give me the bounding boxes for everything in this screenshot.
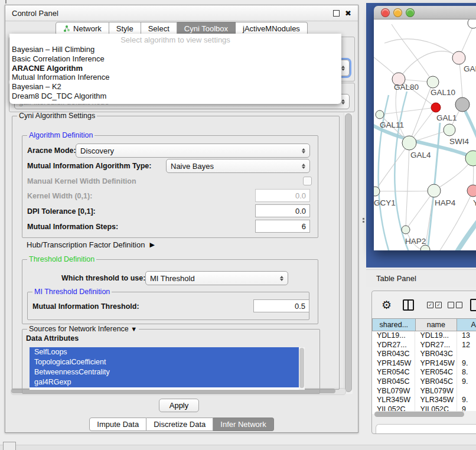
network-edge[interactable] — [425, 191, 434, 250]
table-panel-collapsed-bar[interactable] — [376, 424, 476, 433]
table-cell: YDL19... — [372, 331, 415, 341]
tab-impute-data[interactable]: Impute Data — [89, 418, 146, 431]
table-row[interactable]: YPR145WYPR145W9. — [372, 359, 476, 369]
window-zoom-button[interactable] — [406, 8, 415, 17]
sources-group-title[interactable]: Sources for Network Inference ▼ — [27, 325, 139, 333]
dropdown-item[interactable]: ARACNE Algorithm — [9, 64, 341, 73]
network-node-gal11[interactable] — [376, 110, 384, 119]
network-node[interactable] — [431, 103, 441, 112]
network-node-label: GAL — [464, 64, 476, 73]
network-node-gal[interactable] — [452, 51, 465, 64]
table-cell: YDR27... — [415, 341, 457, 350]
table-row[interactable]: YDR27...YDR27...12 — [372, 341, 476, 350]
kernel-width-field[interactable]: 0.0 — [255, 189, 310, 202]
network-node-gal10[interactable] — [427, 76, 439, 88]
table-row[interactable]: YER054CYER054C8. — [372, 368, 476, 377]
network-node-hap4[interactable] — [428, 184, 441, 197]
threshold-definition-group: Threshold Definition Which threshold to … — [22, 259, 318, 324]
column-header[interactable]: A — [457, 318, 476, 331]
sources-group: Sources for Network Inference ▼ Data Att… — [22, 329, 320, 394]
column-header[interactable]: shared... — [372, 318, 416, 331]
network-node[interactable] — [455, 97, 470, 112]
network-edge[interactable] — [384, 39, 459, 58]
table-row[interactable]: YLR345WYLR345W9. — [372, 396, 476, 405]
network-edge[interactable] — [375, 191, 434, 191]
table-cell: 9. — [457, 359, 476, 369]
which-threshold-label: Which threshold to use: — [61, 274, 145, 282]
gear-icon[interactable]: ⚙ — [382, 298, 392, 312]
columns-icon[interactable] — [403, 299, 414, 311]
document-icon[interactable] — [470, 299, 476, 311]
tab-discretize-data[interactable]: Discretize Data — [146, 418, 213, 431]
table-row[interactable]: YBR043CYBR043C — [372, 350, 476, 359]
panel-splitter-grip[interactable] — [362, 217, 365, 223]
mi-steps-field[interactable]: 6 — [255, 220, 310, 233]
network-node[interactable] — [468, 19, 476, 28]
network-node-gal4[interactable] — [402, 136, 416, 150]
dpi-tolerance-value: 0.0 — [295, 207, 306, 216]
float-panel-icon[interactable] — [333, 10, 340, 17]
column-header[interactable]: name — [416, 318, 458, 331]
network-edge[interactable] — [399, 51, 459, 79]
table-cell: YLR345W — [372, 396, 415, 405]
hub-definition-expander[interactable]: Hub/Transcription Factor Definition ▶ — [27, 240, 155, 249]
network-node-y[interactable] — [467, 185, 476, 197]
table-row[interactable]: YBR045CYBR045C9. — [372, 377, 476, 387]
cyni-mode-tabs: Impute DataDiscretize DataInfer Network — [5, 418, 358, 431]
attribute-item[interactable]: gal4RGexp — [30, 377, 299, 387]
attribute-item[interactable]: SelfLoops — [30, 347, 299, 357]
mi-type-combobox[interactable]: Naive Bayes — [166, 159, 310, 173]
data-attributes-list: SelfLoopsTopologicalCoefficientBetweenne… — [30, 347, 305, 390]
select-all-icon[interactable]: ✓✓ — [427, 302, 442, 308]
network-edge-highlighted[interactable] — [454, 206, 476, 250]
bottom-left-corner-button[interactable] — [3, 442, 16, 450]
panel-window-controls: ✖ — [333, 9, 351, 17]
network-window-titlebar[interactable] — [374, 6, 476, 19]
control-panel: Control Panel ✖ NetworkStyleSelectCyni T… — [5, 5, 358, 433]
tab-label: Infer Network — [220, 420, 266, 429]
table-horizontal-scrollbar[interactable] — [374, 411, 476, 418]
window-minimize-button[interactable] — [393, 8, 402, 17]
dpi-tolerance-field[interactable]: 0.0 — [255, 204, 310, 217]
network-node-label: SWI4 — [449, 137, 469, 146]
attribute-items: SelfLoopsTopologicalCoefficientBetweenne… — [30, 347, 299, 390]
window-close-button[interactable] — [381, 8, 390, 17]
manual-kernel-checkbox[interactable] — [303, 177, 312, 185]
dropdown-item[interactable]: Bayesian – Hill Climbing — [9, 45, 341, 54]
network-edge[interactable] — [406, 143, 409, 230]
tab-label: jActiveMNodules — [243, 24, 300, 33]
table-row[interactable]: YDL19...YDL19...13 — [372, 331, 476, 341]
attribute-item[interactable]: BetweennessCentrality — [30, 367, 299, 377]
close-panel-icon[interactable]: ✖ — [345, 9, 351, 17]
network-node-label: GCY1 — [374, 198, 396, 207]
apply-button[interactable]: Apply — [159, 399, 199, 412]
dropdown-item[interactable]: Dream8 DC_TDC Algorithm — [9, 92, 341, 101]
attribute-list-scrollbar[interactable] — [299, 347, 305, 390]
table-row[interactable]: YBL079WYBL079W — [372, 387, 476, 396]
app-root: Control Panel ✖ NetworkStyleSelectCyni T… — [0, 0, 476, 450]
network-edge[interactable] — [375, 143, 409, 191]
table-cell: YDR27... — [372, 341, 415, 350]
table-panel: ⚙✓✓ shared...nameA YDL19...YDL19...13YDR… — [371, 291, 476, 434]
dropdown-item[interactable]: Mutual Information Inference — [9, 73, 341, 82]
deselect-icon[interactable] — [448, 302, 462, 308]
table-toolbar: ⚙✓✓ — [372, 291, 476, 318]
group-title: Cyni Algorithm Settings — [17, 112, 97, 120]
dropdown-item[interactable]: Basic Correlation Inference — [9, 54, 341, 64]
dropdown-item[interactable]: Bayesian – K2 — [9, 82, 341, 92]
network-graph[interactable]: GALGAL80GAL10GAL1GAL11SWI4GAL4GCY1HAP4YH… — [374, 19, 476, 250]
network-node-gal1[interactable] — [444, 124, 455, 136]
network-node-hap2[interactable] — [402, 226, 410, 234]
network-edge[interactable] — [380, 107, 436, 115]
tab-infer-network[interactable]: Infer Network — [213, 418, 273, 431]
mi-threshold-field[interactable]: 0.5 — [253, 299, 309, 312]
dropdown-placeholder: Select algorithm to view settings — [9, 35, 341, 45]
attribute-item[interactable]: TopologicalCoefficient — [30, 357, 299, 367]
which-threshold-combobox[interactable]: MI Threshold — [145, 271, 288, 285]
aracne-mode-combobox[interactable]: Discovery — [76, 144, 310, 158]
network-view-canvas[interactable]: GALGAL80GAL10GAL1GAL11SWI4GAL4GCY1HAP4YH… — [374, 19, 476, 250]
table-cell: 9. — [457, 396, 476, 405]
network-node-swi4[interactable] — [465, 151, 476, 166]
hub-definition-label: Hub/Transcription Factor Definition — [27, 240, 145, 249]
tab-label: Cyni Toolbox — [184, 24, 228, 33]
